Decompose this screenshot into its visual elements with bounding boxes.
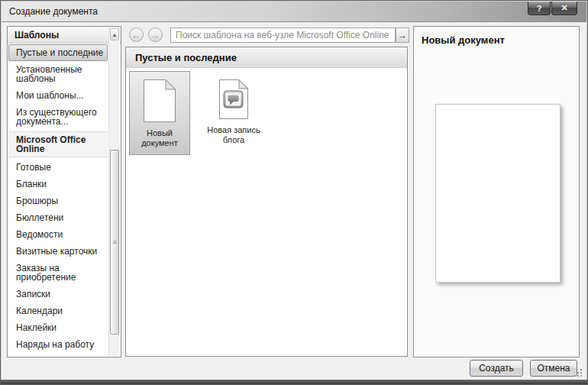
sidebar-scrollbar[interactable]: ▲ ≡ [108, 28, 120, 356]
sidebar-item-label: Наряды на работу [16, 339, 94, 350]
preview-title: Новый документ [414, 27, 579, 46]
forward-icon: → [151, 30, 160, 40]
back-icon: ← [132, 30, 141, 40]
window-bottom-frame [1, 380, 587, 384]
sidebar-item[interactable]: Брошюры [8, 192, 108, 209]
sidebar-item-label: Записки [16, 289, 50, 299]
help-icon: ? [537, 4, 542, 13]
sidebar-item-label: Наклейки [16, 322, 57, 333]
create-document-dialog: Создание документа ? ✕ Шаблоны Пустые и … [0, 0, 588, 385]
sidebar-item[interactable]: Microsoft Office Online [8, 131, 108, 157]
sidebar-item-list: Пустые и последние Установленные шаблоны… [8, 44, 108, 357]
blank-document-icon [143, 79, 176, 123]
sidebar-item[interactable]: Установленные шаблоны [8, 61, 108, 87]
scroll-up-icon[interactable]: ▲ [110, 28, 119, 40]
sidebar-item[interactable]: Записки [8, 286, 108, 302]
search-input[interactable] [170, 28, 396, 43]
sidebar-item[interactable]: Объявления [8, 353, 108, 357]
forward-button[interactable]: → [148, 28, 163, 42]
sidebar-item[interactable]: Календари [8, 302, 108, 319]
create-button[interactable]: Создать [470, 360, 523, 377]
sidebar-item-label: Из существующего документа... [16, 107, 97, 127]
search-row: ← → → [125, 26, 409, 44]
document-preview-page [435, 104, 561, 283]
template-label: Новая запись блога [207, 125, 260, 144]
back-button[interactable]: ← [129, 28, 144, 42]
template-new-document[interactable]: Новый документ [129, 71, 190, 155]
sidebar-item-label: Визитные карточки [16, 246, 97, 257]
sidebar-item-label: Объявления [16, 356, 69, 357]
cancel-button[interactable]: Отмена [530, 360, 577, 377]
close-button[interactable]: ✕ [551, 2, 577, 15]
template-label: Новый документ [141, 128, 178, 147]
sidebar-item[interactable]: Визитные карточки [8, 243, 108, 260]
search-go-icon: → [398, 30, 407, 40]
sidebar-item-label: Ведомости [16, 229, 63, 240]
dialog-title: Создание документа [9, 6, 98, 17]
sidebar-item[interactable]: Наклейки [8, 319, 108, 336]
sidebar-item-label: Календари [16, 306, 63, 316]
sidebar-item[interactable]: Готовые [8, 159, 108, 176]
sidebar-item-label: Готовые [16, 162, 51, 173]
sidebar-item[interactable]: Мои шаблоны... [8, 87, 108, 104]
sidebar-item[interactable]: Бюллетени [8, 209, 108, 226]
sidebar-item-label: Microsoft Office Online [16, 134, 86, 154]
section-title: Пустые и последние [126, 47, 407, 68]
sidebar-item[interactable]: Из существующего документа... [8, 104, 108, 130]
search-go-button[interactable]: → [396, 28, 409, 43]
template-tiles: Новый документ [126, 68, 407, 158]
templates-panel: Пустые и последние Новый документ [125, 47, 408, 357]
sidebar-item[interactable]: Бланки [8, 176, 108, 192]
scrollbar-thumb[interactable]: ≡ [110, 150, 119, 335]
close-icon: ✕ [561, 3, 567, 13]
sidebar-header: Шаблоны [8, 27, 121, 44]
sidebar-item[interactable]: Наряды на работу [8, 336, 108, 353]
sidebar-item-label: Брошюры [16, 196, 58, 206]
preview-panel: Новый документ [413, 26, 580, 358]
sidebar-item-label: Заказы на приобретение [16, 263, 76, 283]
sidebar-item-label: Мои шаблоны... [16, 90, 84, 101]
template-new-blog-post[interactable]: Новая запись блога [198, 71, 270, 152]
resize-grip[interactable] [573, 368, 583, 378]
sidebar-item[interactable]: Пустые и последние [8, 44, 108, 61]
sidebar-item-label: Пустые и последние [16, 47, 103, 58]
title-bar[interactable]: Создание документа ? ✕ [2, 2, 586, 22]
sidebar-item-label: Установленные шаблоны [16, 64, 82, 84]
help-button[interactable]: ? [528, 2, 551, 15]
sidebar-item-label: Бюллетени [16, 212, 63, 223]
templates-sidebar: Шаблоны Пустые и последние Установленные… [7, 26, 121, 358]
sidebar-item-label: Бланки [16, 179, 47, 189]
sidebar-item[interactable]: Заказы на приобретение [8, 260, 108, 286]
sidebar-item[interactable]: Ведомости [8, 226, 108, 243]
blog-post-icon [218, 79, 249, 120]
